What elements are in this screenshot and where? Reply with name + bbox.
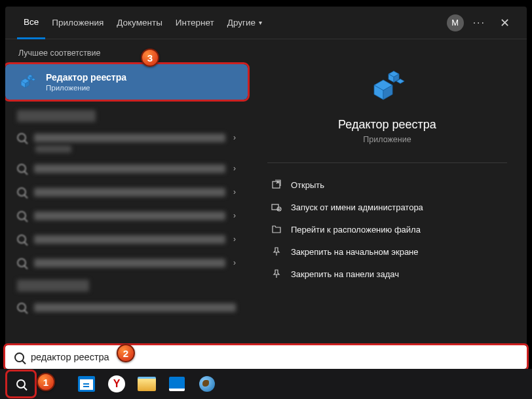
- svg-point-2: [277, 207, 281, 211]
- tab-documents[interactable]: Документы: [110, 7, 169, 39]
- admin-icon: [271, 202, 282, 212]
- taskbar: Y: [0, 369, 532, 399]
- action-label: Закрепить на панели задач: [291, 269, 399, 279]
- preview-subtitle: Приложение: [267, 135, 507, 144]
- action-pin-taskbar[interactable]: Закрепить на панели задач: [267, 263, 507, 285]
- annotation-badge-2: 2: [117, 344, 135, 362]
- taskbar-settings[interactable]: [162, 371, 191, 397]
- action-open-file-location[interactable]: Перейти к расположению файла: [267, 218, 507, 240]
- other-results-blurred: › › › › › ›: [5, 100, 248, 319]
- blurred-result[interactable]: ›: [17, 251, 236, 275]
- action-label: Закрепить на начальном экране: [291, 247, 419, 257]
- blurred-result[interactable]: [17, 295, 236, 319]
- divider: [267, 162, 507, 163]
- folder-icon: [271, 224, 282, 235]
- annotation-badge-3: 3: [141, 48, 159, 67]
- annotation-badge-1: 1: [37, 373, 55, 391]
- tab-more[interactable]: Другие▾: [221, 7, 269, 39]
- blurred-result[interactable]: ›: [17, 204, 236, 227]
- tab-all[interactable]: Все: [17, 7, 45, 39]
- taskbar-yandex[interactable]: Y: [102, 371, 131, 397]
- registry-editor-icon: [17, 72, 37, 92]
- action-open[interactable]: Открыть: [267, 174, 507, 196]
- search-input-bar[interactable]: [5, 345, 527, 369]
- taskbar-search-button[interactable]: [7, 371, 35, 397]
- search-icon: [16, 379, 26, 389]
- taskbar-explorer[interactable]: [132, 371, 161, 397]
- registry-editor-large-icon: [366, 66, 408, 107]
- pin-taskbar-icon: [271, 269, 282, 279]
- action-label: Запуск от имени администратора: [291, 202, 423, 212]
- blurred-result[interactable]: ›: [17, 180, 236, 204]
- close-button[interactable]: ✕: [495, 13, 515, 33]
- taskbar-globe[interactable]: [193, 371, 221, 397]
- taskbar-calendar[interactable]: [72, 371, 101, 397]
- yandex-icon: Y: [108, 375, 125, 392]
- tab-web[interactable]: Интернет: [169, 7, 221, 39]
- results-list: Лучшее соответствие Редактор реестра При…: [5, 39, 248, 370]
- user-avatar[interactable]: M: [447, 14, 464, 31]
- action-run-as-admin[interactable]: Запуск от имени администратора: [267, 196, 507, 218]
- windows-search-panel: Все Приложения Документы Интернет Другие…: [5, 7, 527, 370]
- preview-title: Редактор реестра: [267, 118, 507, 132]
- search-tabs: Все Приложения Документы Интернет Другие…: [5, 7, 527, 39]
- globe-icon: [199, 376, 215, 392]
- search-input[interactable]: [31, 352, 518, 362]
- action-label: Открыть: [291, 180, 324, 190]
- action-pin-start[interactable]: Закрепить на начальном экране: [267, 240, 507, 263]
- file-explorer-icon: [138, 377, 156, 391]
- best-match-title: Редактор реестра: [46, 72, 126, 83]
- search-icon: [14, 352, 24, 362]
- action-label: Перейти к расположению файла: [291, 225, 421, 235]
- more-options-button[interactable]: ···: [473, 17, 485, 29]
- blurred-result[interactable]: ›: [17, 157, 236, 180]
- result-preview: Редактор реестра Приложение Открыть Запу…: [248, 39, 527, 370]
- tab-apps[interactable]: Приложения: [45, 7, 110, 39]
- blurred-result[interactable]: ›: [17, 227, 236, 251]
- calendar-icon: [78, 376, 95, 392]
- best-match-subtitle: Приложение: [46, 84, 126, 92]
- open-icon: [271, 180, 282, 190]
- best-match-result[interactable]: Редактор реестра Приложение: [5, 64, 248, 100]
- settings-icon: [169, 377, 185, 391]
- best-match-header: Лучшее соответствие: [5, 39, 248, 64]
- pin-start-icon: [271, 246, 282, 257]
- chevron-down-icon: ▾: [259, 19, 262, 26]
